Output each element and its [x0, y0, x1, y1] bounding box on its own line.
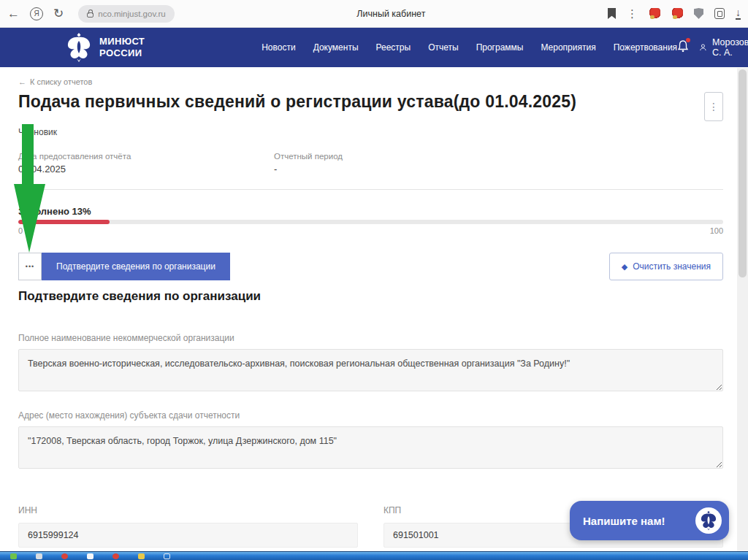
submission-date-label: Дата предоставления отчёта	[18, 152, 274, 161]
user-icon	[699, 42, 707, 53]
ssl-lock-icon	[87, 12, 94, 18]
main-menu: Новости Документы Реестры Отчеты Програм…	[262, 42, 677, 53]
report-actions-menu-button[interactable]: ⋮	[704, 92, 723, 121]
full-name-label: Полное наименование некоммерческой орган…	[18, 333, 723, 343]
extension-icon-2[interactable]	[671, 8, 683, 20]
back-to-reports-link[interactable]: ← К списку отчетов	[18, 77, 92, 86]
section-title: Подтвердите сведения по организации	[18, 289, 723, 304]
browser-toolbar: ← Я ↻ nco.minjust.gov.ru Личный кабинет …	[0, 0, 748, 28]
report-period-value: -	[274, 164, 343, 174]
wallet-icon[interactable]	[714, 8, 725, 19]
site-header: МИНЮСТ РОССИИ Новости Документы Реестры …	[0, 28, 748, 67]
menu-item-news[interactable]: Новости	[262, 42, 295, 53]
taskbar-app-icon-1[interactable]	[36, 553, 42, 559]
extension-icon-1[interactable]	[649, 8, 660, 20]
menu-item-documents[interactable]: Документы	[313, 42, 359, 53]
clear-values-button[interactable]: ◆ Очистить значения	[609, 253, 723, 280]
taskbar-app-icon-5[interactable]	[138, 553, 145, 559]
windows-taskbar[interactable]	[0, 551, 748, 560]
address-url: nco.minjust.gov.ru	[98, 9, 165, 18]
address-bar[interactable]: nco.minjust.gov.ru	[78, 5, 174, 23]
confirm-org-tab[interactable]: Подтвердите сведения по организации	[42, 253, 230, 280]
menu-item-events[interactable]: Мероприятия	[541, 42, 595, 53]
report-meta: Дата предоставления отчёта 01.04.2025 От…	[18, 152, 723, 174]
browser-menu-icon[interactable]: ⋮	[627, 8, 638, 19]
taskbar-app-icon-4[interactable]	[112, 553, 119, 559]
screen: ← Я ↻ nco.minjust.gov.ru Личный кабинет …	[0, 0, 748, 560]
brand-line-1: МИНЮСТ	[99, 36, 145, 47]
chat-widget-button[interactable]: Напишите нам!	[570, 501, 729, 540]
taskbar-app-icon-6[interactable]	[164, 553, 170, 559]
report-period-label: Отчетный период	[274, 152, 343, 161]
menu-item-registries[interactable]: Реестры	[376, 42, 411, 53]
progress-bar	[18, 220, 723, 224]
user-menu[interactable]: Морозов С. А.	[699, 37, 748, 58]
scrollbar-thumb[interactable]	[739, 69, 747, 277]
back-arrow-icon: ←	[18, 77, 26, 86]
back-link-label: К списку отчетов	[30, 77, 92, 86]
minjust-logo[interactable]: МИНЮСТ РОССИИ	[66, 32, 145, 63]
menu-item-donations[interactable]: Пожертвования	[614, 42, 677, 53]
section-tabs: ••• Подтвердите сведения по организации …	[18, 253, 723, 280]
address-textarea[interactable]: "172008, Тверская область, город Торжок,…	[18, 426, 723, 469]
notifications-bell-icon[interactable]	[677, 39, 689, 55]
page-title: Подача первичных сведений о регистрации …	[18, 92, 576, 112]
taskbar-start-icon[interactable]	[10, 553, 17, 559]
menu-item-programs[interactable]: Программы	[476, 42, 524, 53]
submission-date-value: 01.04.2025	[18, 164, 274, 174]
eraser-icon: ◆	[622, 262, 627, 272]
browser-back-icon[interactable]: ←	[7, 7, 20, 20]
report-page: ← К списку отчетов Подача первичных свед…	[0, 67, 748, 551]
chat-eagle-icon	[695, 507, 722, 534]
bookmark-icon[interactable]	[608, 8, 616, 19]
taskbar-app-icon-2[interactable]	[61, 553, 68, 559]
download-icon[interactable]: ↓	[736, 7, 741, 20]
browser-reload-icon[interactable]: ↻	[53, 7, 64, 20]
tab-title: Личный кабинет	[175, 9, 608, 19]
page-scrollbar[interactable]	[737, 68, 748, 551]
menu-item-reports[interactable]: Отчеты	[428, 42, 458, 53]
chat-label: Напишите нам!	[583, 515, 695, 527]
completion-label: Заполнено 13%	[18, 206, 723, 217]
more-sections-button[interactable]: •••	[18, 253, 42, 280]
section-divider	[18, 189, 723, 190]
address-label: Адрес (место нахождения) субъекта сдачи …	[18, 410, 723, 421]
shield-icon[interactable]	[694, 8, 703, 19]
eagle-emblem-icon	[66, 32, 92, 63]
brand-line-2: РОССИИ	[99, 47, 145, 59]
clear-values-label: Очистить значения	[633, 261, 711, 272]
browser-home-icon[interactable]: Я	[30, 7, 43, 20]
report-status-draft: Черновик	[18, 127, 723, 137]
taskbar-app-icon-3[interactable]	[87, 553, 94, 559]
progress-fill	[18, 220, 110, 224]
progress-max: 100	[710, 226, 723, 235]
inn-input[interactable]	[18, 523, 358, 548]
notification-badge	[686, 38, 690, 42]
progress-min: 0	[18, 226, 23, 235]
user-name: Морозов С. А.	[712, 37, 748, 58]
full-name-textarea[interactable]: Тверская военно-историческая, исследоват…	[18, 349, 723, 391]
inn-label: ИНН	[18, 505, 358, 515]
